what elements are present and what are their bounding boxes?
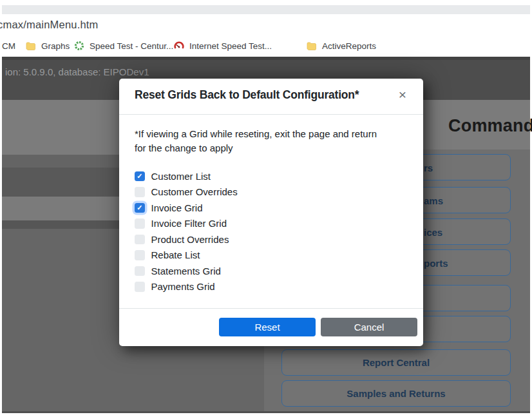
checkbox[interactable]	[135, 218, 145, 229]
browser-window: cmax/mainMenu.htm CMGraphsSpeed Test - C…	[0, 0, 532, 417]
bookmark-label: Speed Test - Centur...	[90, 41, 173, 51]
checkbox-label: Rebate List	[151, 249, 200, 260]
dialog-footer: Reset Cancel	[119, 308, 423, 346]
command-button[interactable]: Report Central	[281, 349, 511, 376]
check-icon: ✓	[137, 173, 142, 180]
browser-tab-strip	[2, 5, 530, 14]
bookmark-label: ActiveReports	[322, 41, 376, 51]
checkbox-label: Customer List	[151, 171, 211, 182]
bookmark-item[interactable]: ActiveReports	[307, 38, 376, 53]
page-header-edge	[2, 57, 530, 60]
checkbox-row: Product Overrides	[135, 231, 408, 247]
dialog-body: *If viewing a Grid while reseting, exit …	[119, 115, 423, 295]
checkbox[interactable]	[135, 282, 145, 292]
page-bottom-edge	[2, 411, 530, 413]
command-button-label: rs	[424, 162, 433, 173]
checkbox-label: Invoice Filter Grid	[151, 218, 227, 229]
checkbox-row: Customer Overrides	[135, 184, 408, 200]
checkbox[interactable]: ✓	[135, 203, 145, 213]
bookmark-label: CM	[2, 41, 15, 51]
bookmark-label: Graphs	[41, 41, 70, 51]
command-button-label: ams	[424, 195, 443, 206]
folder-icon	[307, 41, 317, 51]
dialog-title: Reset Grids Back to Default Configuratio…	[135, 88, 408, 102]
bookmark-item[interactable]: CM	[2, 38, 15, 53]
reset-grids-dialog: Reset Grids Back to Default Configuratio…	[119, 79, 423, 346]
checkbox-row: Invoice Filter Grid	[135, 216, 408, 232]
checkbox[interactable]	[135, 187, 145, 197]
close-icon[interactable]: ×	[394, 86, 412, 104]
reset-button[interactable]: Reset	[219, 318, 316, 336]
command-button-label: ices	[424, 226, 442, 237]
folder-icon	[26, 41, 36, 51]
checkbox[interactable]	[135, 250, 145, 260]
version-database-text: ion: 5.0.9.0, database: EIPODev1	[5, 66, 149, 77]
speedtest-red-icon	[174, 41, 184, 51]
command-heading: Command	[448, 116, 532, 136]
check-icon: ✓	[137, 204, 142, 211]
checkbox-label: Statements Grid	[151, 266, 221, 276]
checkbox-row: Payments Grid	[135, 279, 408, 295]
checkbox-label: Customer Overrides	[151, 186, 238, 197]
address-bar-url[interactable]: cmax/mainMenu.htm	[0, 19, 99, 31]
bookmark-item[interactable]: Internet Speed Test...	[174, 38, 272, 53]
checkbox-row: Statements Grid	[135, 263, 408, 279]
checkbox[interactable]: ✓	[135, 171, 145, 182]
checkbox-label: Product Overrides	[151, 234, 229, 245]
command-button[interactable]: Samples and Returns	[281, 380, 511, 407]
bookmark-label: Internet Speed Test...	[189, 41, 272, 51]
grid-checkbox-list: ✓Customer ListCustomer Overrides✓Invoice…	[135, 168, 408, 295]
cancel-button[interactable]: Cancel	[321, 318, 417, 336]
bookmark-item[interactable]: Graphs	[26, 38, 70, 53]
bookmarks-bar: CMGraphsSpeed Test - Centur...Internet S…	[2, 35, 530, 57]
command-button-label: Report Central	[363, 357, 430, 368]
checkbox[interactable]	[135, 235, 145, 245]
checkbox-row: Rebate List	[135, 247, 408, 264]
checkbox-row: ✓Customer List	[135, 168, 408, 184]
checkbox-row: ✓Invoice Grid	[135, 200, 408, 216]
bookmark-item[interactable]: Speed Test - Centur...	[74, 38, 173, 53]
dialog-instructions: *If viewing a Grid while reseting, exit …	[135, 127, 408, 155]
checkbox[interactable]	[135, 266, 145, 276]
command-button-label: Samples and Returns	[347, 388, 445, 399]
command-button-label: ports	[424, 257, 448, 268]
dialog-header: Reset Grids Back to Default Configuratio…	[119, 79, 423, 115]
checkbox-label: Invoice Grid	[151, 202, 203, 213]
speedtest-green-icon	[74, 41, 84, 51]
checkbox-label: Payments Grid	[151, 281, 215, 292]
